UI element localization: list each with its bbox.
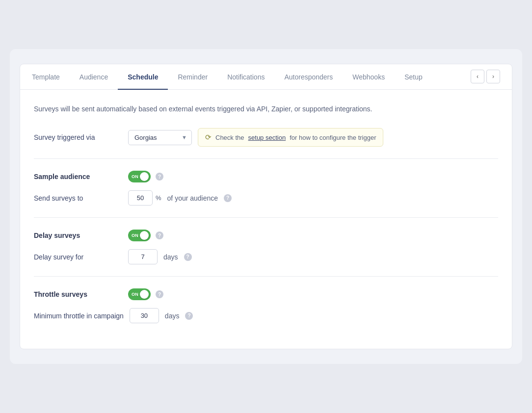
delay-surveys-help-icon[interactable]: ? (156, 232, 163, 239)
trigger-row: Survey triggered via Gorgias Zapier API … (34, 128, 498, 147)
tab-prev-button[interactable]: ‹ (471, 70, 484, 83)
trigger-dropdown[interactable]: Gorgias Zapier API Intercom ▼ (128, 130, 192, 145)
tab-nav-buttons: ‹ › (471, 70, 500, 83)
info-bell-icon: ⟳ (205, 133, 212, 142)
description-text: Surveys will be sent automatically based… (34, 103, 498, 114)
outer-container: Template Audience Schedule Reminder Noti… (10, 49, 522, 364)
delay-for-row: Delay survey for days ? (34, 249, 498, 264)
percent-symbol: % (156, 194, 161, 202)
tab-setup[interactable]: Setup (395, 64, 432, 90)
sample-audience-on-label: ON (132, 174, 138, 179)
delay-unit-label: days (163, 253, 178, 261)
setup-section-link[interactable]: setup section (248, 134, 286, 141)
tab-schedule[interactable]: Schedule (118, 64, 168, 90)
percent-input[interactable] (128, 190, 153, 206)
throttle-surveys-label: Throttle surveys (34, 290, 122, 298)
tabs-bar: Template Audience Schedule Reminder Noti… (20, 64, 512, 90)
divider-2 (34, 217, 498, 218)
tab-reminder[interactable]: Reminder (168, 64, 217, 90)
delay-surveys-label: Delay surveys (34, 232, 122, 239)
tab-next-button[interactable]: › (486, 70, 500, 83)
tab-autoresponders[interactable]: Autoresponders (274, 64, 343, 90)
tab-notifications[interactable]: Notifications (217, 64, 274, 90)
throttle-surveys-slider: ON (128, 288, 151, 300)
divider-1 (34, 158, 498, 159)
sample-audience-slider: ON (128, 171, 151, 182)
send-surveys-row: Send surveys to % of your audience ? (34, 190, 498, 206)
audience-help-icon[interactable]: ? (224, 194, 232, 202)
info-text-prefix: Check the (215, 134, 244, 141)
throttle-unit-label: days (165, 312, 180, 320)
main-card: Template Audience Schedule Reminder Noti… (20, 64, 512, 349)
send-surveys-label: Send surveys to (34, 194, 122, 202)
delay-surveys-toggle[interactable]: ON (128, 230, 151, 241)
divider-3 (34, 276, 498, 277)
delay-surveys-row: Delay surveys ON ? (34, 230, 498, 241)
throttle-help-icon[interactable]: ? (185, 312, 193, 320)
trigger-label: Survey triggered via (34, 133, 122, 141)
delay-surveys-toggle-wrapper: ON ? (128, 230, 163, 241)
tab-webhooks[interactable]: Webhooks (343, 64, 395, 90)
delay-surveys-slider: ON (128, 230, 151, 241)
trigger-select[interactable]: Gorgias Zapier API Intercom (128, 130, 192, 145)
throttle-min-label: Minimum throttle in campaign (34, 312, 124, 320)
sample-audience-toggle[interactable]: ON (128, 171, 151, 182)
throttle-surveys-toggle-wrapper: ON ? (128, 288, 163, 300)
delay-help-icon[interactable]: ? (184, 253, 192, 261)
sample-audience-help-icon[interactable]: ? (156, 173, 163, 181)
throttle-surveys-row: Throttle surveys ON ? (34, 288, 498, 300)
info-box: ⟳ Check the setup section for how to con… (198, 128, 383, 147)
throttle-surveys-toggle[interactable]: ON (128, 288, 151, 300)
info-text-suffix: for how to configure the trigger (290, 134, 376, 141)
delay-surveys-on-label: ON (132, 233, 138, 238)
tab-audience[interactable]: Audience (70, 64, 118, 90)
delay-value-input[interactable] (128, 249, 158, 264)
audience-suffix: of your audience (167, 194, 218, 202)
sample-audience-label: Sample audience (34, 173, 122, 181)
throttle-value-input[interactable] (130, 308, 159, 323)
sample-audience-row: Sample audience ON ? (34, 171, 498, 182)
tabs-list: Template Audience Schedule Reminder Noti… (32, 64, 471, 89)
sample-audience-toggle-wrapper: ON ? (128, 171, 163, 182)
throttle-surveys-on-label: ON (132, 292, 138, 297)
throttle-min-row: Minimum throttle in campaign days ? (34, 308, 498, 323)
throttle-surveys-help-icon[interactable]: ? (156, 290, 163, 298)
tab-template[interactable]: Template (32, 64, 70, 90)
content-area: Surveys will be sent automatically based… (20, 90, 512, 349)
delay-for-label: Delay survey for (34, 253, 122, 261)
